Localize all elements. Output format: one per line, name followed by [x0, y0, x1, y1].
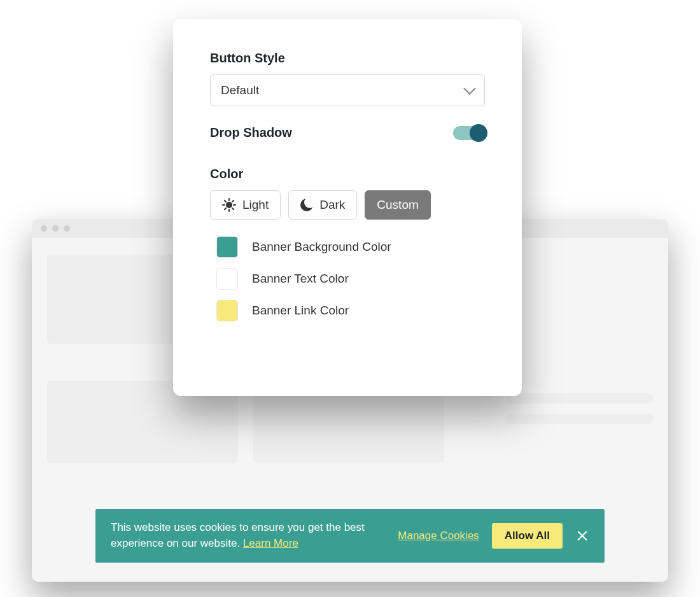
color-mode-custom[interactable]: Custom: [365, 190, 430, 220]
placeholder-block: [47, 255, 187, 344]
cookie-banner: This website uses cookies to ensure you …: [95, 509, 605, 563]
button-style-select[interactable]: Default: [210, 74, 485, 106]
color-mode-dark-label: Dark: [319, 198, 345, 212]
manage-cookies-link[interactable]: Manage Cookies: [398, 530, 479, 542]
close-icon[interactable]: [575, 529, 589, 543]
drop-shadow-label: Drop Shadow: [210, 125, 292, 140]
style-panel: Button Style Default Drop Shadow Color: [173, 19, 522, 396]
color-mode-light[interactable]: Light: [210, 190, 281, 220]
cookie-message: This website uses cookies to ensure you …: [111, 521, 365, 549]
toggle-knob: [470, 124, 487, 142]
swatch-background[interactable]: [216, 236, 238, 258]
color-mode-light-label: Light: [242, 198, 269, 212]
swatch-text-label: Banner Text Color: [252, 272, 349, 286]
color-mode-segment: Light Dark Custom: [210, 190, 485, 220]
color-mode-custom-label: Custom: [377, 198, 418, 212]
allow-all-button[interactable]: Allow All: [492, 523, 563, 549]
traffic-light-yellow: [52, 225, 59, 232]
swatch-link[interactable]: [216, 300, 238, 321]
chevron-down-icon: [463, 82, 476, 95]
swatch-link-label: Banner Link Color: [252, 304, 349, 318]
learn-more-link[interactable]: Learn More: [243, 537, 298, 549]
placeholder-line: [507, 414, 653, 424]
moon-icon: [300, 199, 313, 211]
button-style-label: Button Style: [210, 51, 485, 66]
swatch-row-text: Banner Text Color: [216, 268, 485, 290]
button-style-value: Default: [221, 83, 259, 97]
drop-shadow-toggle[interactable]: [453, 126, 485, 140]
sun-icon: [222, 198, 236, 212]
swatch-background-label: Banner Background Color: [252, 240, 391, 254]
placeholder-line: [507, 393, 653, 404]
swatch-row-link: Banner Link Color: [216, 300, 485, 321]
cookie-text: This website uses cookies to ensure you …: [111, 520, 385, 551]
traffic-light-red: [41, 225, 47, 232]
color-label: Color: [210, 167, 485, 181]
traffic-light-green: [64, 225, 70, 232]
swatch-text[interactable]: [216, 268, 238, 290]
swatch-row-background: Banner Background Color: [216, 236, 485, 258]
color-mode-dark[interactable]: Dark: [288, 190, 357, 220]
